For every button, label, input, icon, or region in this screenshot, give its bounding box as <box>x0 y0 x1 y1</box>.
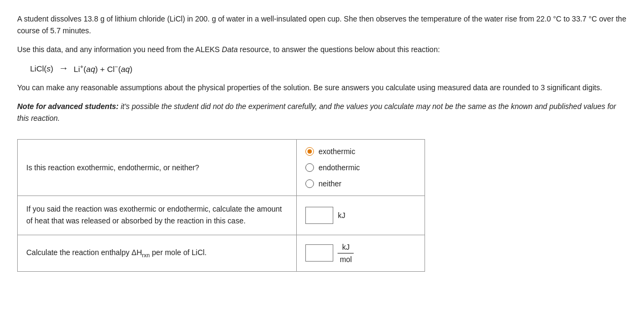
fraction-bar <box>338 253 354 254</box>
answer-2-cell: kJ <box>297 196 425 235</box>
main-content-area: Is this reaction exothermic, endothermic… <box>17 139 627 272</box>
intro-paragraph-2: Use this data, and any information you n… <box>17 44 627 55</box>
radio-option-endothermic[interactable]: endothermic <box>305 163 416 172</box>
radio-neither-circle[interactable] <box>305 179 314 188</box>
radio-endothermic-label: endothermic <box>318 163 360 172</box>
question-1-cell: Is this reaction exothermic, endothermic… <box>18 140 297 196</box>
intro-paragraph-1: A student dissolves 13.8 g of lithium ch… <box>17 13 627 37</box>
radio-option-exothermic[interactable]: exothermic <box>305 147 416 156</box>
fraction-input[interactable] <box>305 244 333 262</box>
note-label: Note for advanced students: <box>17 102 119 111</box>
table-row: If you said the reaction was exothermic … <box>18 196 425 235</box>
fraction-numerator-label: kJ <box>342 243 349 252</box>
radio-neither-label: neither <box>318 179 341 188</box>
table-row: Calculate the reaction enthalpy ΔHrxn pe… <box>18 235 425 272</box>
reactant: LiCl(s) <box>30 64 53 73</box>
questions-table: Is this reaction exothermic, endothermic… <box>17 139 425 272</box>
fraction-denominator-label: mol <box>340 254 352 264</box>
fraction-input-row: kJ mol <box>305 243 416 264</box>
assumptions-paragraph: You can make any reasonable assumptions … <box>17 82 627 93</box>
kj-input-row: kJ <box>305 207 416 224</box>
question-2-text: If you said the reaction was exothermic … <box>26 205 282 225</box>
answer-3-cell: kJ mol <box>297 235 425 272</box>
answer-1-cell: exothermic endothermic neither <box>297 140 425 196</box>
question-2-cell: If you said the reaction was exothermic … <box>18 196 297 235</box>
reaction-arrow: → <box>58 63 68 74</box>
question-3-text: Calculate the reaction enthalpy ΔHrxn pe… <box>26 248 207 257</box>
reaction-equation: LiCl(s) → Li+(aq) + Cl−(aq) <box>30 63 627 74</box>
question-1-text: Is this reaction exothermic, endothermic… <box>26 163 199 172</box>
note-paragraph: Note for advanced students: it's possibl… <box>17 100 627 125</box>
radio-endothermic-circle[interactable] <box>305 163 314 172</box>
products: Li+(aq) + Cl−(aq) <box>74 63 132 74</box>
table-row: Is this reaction exothermic, endothermic… <box>18 140 425 196</box>
kj-input[interactable] <box>305 207 333 224</box>
fraction-unit: kJ mol <box>338 243 354 264</box>
kj-unit: kJ <box>338 211 345 220</box>
radio-exothermic-circle[interactable] <box>305 147 314 156</box>
radio-exothermic-label: exothermic <box>318 147 355 156</box>
radio-option-neither[interactable]: neither <box>305 179 416 188</box>
question-3-cell: Calculate the reaction enthalpy ΔHrxn pe… <box>18 235 297 272</box>
radio-group-1: exothermic endothermic neither <box>305 147 416 188</box>
